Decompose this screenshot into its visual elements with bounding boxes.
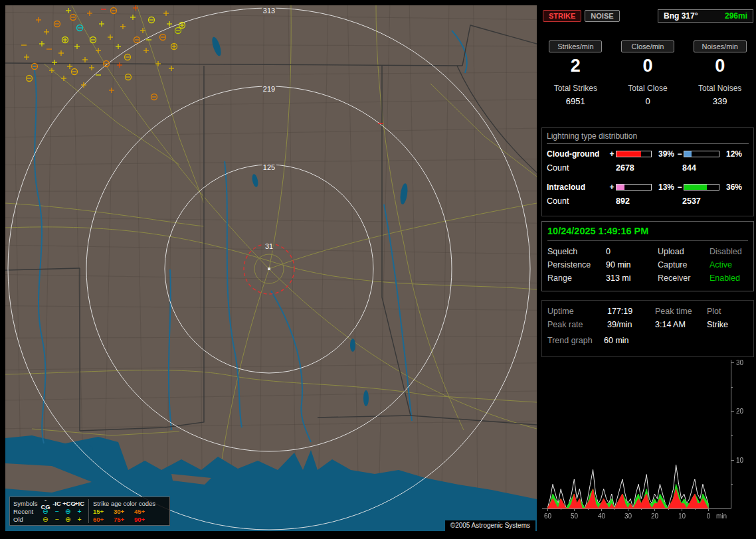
cg-minus-count: 844 — [682, 163, 696, 173]
uptime-value: 177:19 — [607, 307, 655, 316]
receiver-value: Enabled — [709, 273, 748, 283]
lightning-type-distribution-section: Lightning type distribution Cloud-ground… — [541, 127, 754, 216]
strikes-per-min-button[interactable]: Strikes/min — [549, 40, 602, 52]
recent-ic-plus-icon: + — [74, 508, 85, 514]
range-label: Range — [547, 273, 606, 283]
strike-toggle-button[interactable]: STRIKE — [543, 10, 581, 22]
cg-minus-bar — [684, 151, 719, 157]
persistence-label: Persistence — [547, 260, 606, 270]
plot-value: Strike — [707, 320, 748, 329]
status-row: Squelch 0 Upload Disabled — [547, 245, 748, 258]
total-noises-value: 339 — [684, 96, 756, 106]
total-strikes-label: Total Strikes — [539, 84, 612, 93]
total-close-value: 0 — [612, 96, 684, 106]
peak-time-value: 3:14 AM — [655, 320, 707, 329]
noises-column: Noises/min 0 Total Noises 339 — [684, 40, 756, 106]
squelch-value: 0 — [606, 247, 658, 256]
ic-minus-count: 2537 — [682, 196, 701, 206]
cg-minus-bar-fill — [684, 151, 692, 157]
ic-plus-bar-fill — [616, 185, 624, 190]
trend-graph-section — [541, 357, 755, 530]
legend-col-ic-plus: +IC — [74, 500, 85, 507]
age-code-15: 15+ — [93, 508, 114, 515]
squelch-label: Squelch — [547, 247, 606, 256]
legend-old-label: Old — [13, 516, 40, 523]
ic-minus-bar — [684, 184, 719, 191]
noises-per-min-value: 0 — [684, 56, 756, 80]
legend-symbols-header: Symbols — [13, 500, 40, 507]
receiver-label: Receiver — [658, 273, 709, 283]
range-ring-label-313: 313 — [263, 7, 275, 15]
trend-window-value: 60 min — [604, 336, 629, 345]
copyright-text: ©2005 Astrogenic Systems — [445, 520, 535, 531]
display-mode-toolbar: STRIKE NOISE Bng 317° 296mi — [543, 9, 753, 23]
session-row: Peak rate 39/min 3:14 AM Strike — [547, 318, 748, 331]
legend-recent-label: Recent — [13, 508, 40, 515]
upload-label: Upload — [658, 247, 709, 256]
current-datetime: 10/24/2025 1:49:16 PM — [547, 224, 748, 241]
legend-symbols-block: Symbols -CG -IC +CG +IC Recent ⊖ − ⊕ + O… — [13, 499, 85, 523]
trend-graph-canvas — [541, 357, 755, 523]
legend-col-ic-minus: -IC — [51, 500, 62, 507]
close-per-min-button[interactable]: Close/min — [621, 40, 674, 52]
trend-graph-label: Trend graph — [547, 336, 604, 345]
total-noises-label: Total Noises — [684, 84, 756, 93]
map-canvas: 313 219 125 31 — [5, 5, 537, 531]
peak-rate-value: 39/min — [607, 320, 655, 329]
ic-minus-percent: 36% — [719, 183, 743, 192]
count-label: Count — [547, 163, 616, 173]
cg-plus-percent: 39% — [652, 149, 676, 159]
age-code-60: 60+ — [93, 516, 114, 523]
ic-plus-bar — [616, 184, 652, 191]
map-legend: Symbols -CG -IC +CG +IC Recent ⊖ − ⊕ + O… — [9, 497, 170, 526]
old-ic-plus-icon: + — [74, 516, 85, 522]
recent-cg-minus-icon: ⊖ — [40, 508, 51, 514]
peak-rate-label: Peak rate — [547, 320, 607, 329]
legend-age-header: Strike age color codes — [93, 499, 166, 507]
age-code-45: 45+ — [134, 508, 155, 515]
cloud-ground-row: Cloud-ground + 39% − 12% — [547, 149, 749, 159]
recent-cg-plus-icon: ⊕ — [62, 508, 74, 514]
age-code-90: 90+ — [134, 516, 155, 523]
bearing-readout: Bng 317° 296mi — [658, 9, 753, 23]
range-ring-label-219: 219 — [263, 85, 275, 93]
age-code-75: 75+ — [114, 516, 134, 523]
bearing-value: Bng 317° — [664, 11, 698, 21]
noise-toggle-button[interactable]: NOISE — [585, 10, 619, 22]
range-ring-label-125: 125 — [263, 163, 275, 171]
ic-plus-percent: 13% — [652, 183, 676, 192]
minus-sign: − — [676, 149, 684, 159]
ic-plus-count: 892 — [616, 196, 682, 206]
trend-graph-row: Trend graph 60 min — [547, 336, 748, 345]
plus-sign: + — [608, 149, 616, 159]
range-value: 313 mi — [606, 273, 658, 283]
minus-sign: − — [676, 183, 684, 192]
old-cg-minus-icon: ⊖ — [40, 516, 51, 522]
intracloud-label: Intracloud — [547, 183, 608, 192]
system-status-section: 10/24/2025 1:49:16 PM Squelch 0 Upload D… — [541, 221, 754, 291]
close-column: Close/min 0 Total Close 0 — [612, 40, 684, 106]
cg-plus-count: 2678 — [616, 163, 682, 173]
station-marker — [268, 268, 270, 270]
ic-minus-bar-fill — [684, 185, 707, 190]
upload-value: Disabled — [709, 247, 748, 256]
recent-ic-minus-icon: − — [51, 508, 62, 514]
total-strikes-value: 6951 — [539, 96, 612, 106]
distance-value: 296mi — [725, 11, 747, 21]
count-label: Count — [547, 196, 616, 206]
noises-per-min-button[interactable]: Noises/min — [694, 40, 747, 52]
old-cg-plus-icon: ⊕ — [62, 516, 74, 522]
total-close-label: Total Close — [612, 84, 684, 93]
plot-label: Plot — [707, 307, 748, 316]
session-row: Uptime 177:19 Peak time Plot — [547, 305, 748, 318]
intracloud-row: Intracloud + 13% − 36% — [547, 182, 749, 192]
lightning-map[interactable]: 313 219 125 31 Symbols -CG -IC +CG +IC R… — [5, 5, 537, 531]
capture-value: Active — [709, 260, 748, 270]
persistence-value: 90 min — [606, 260, 658, 270]
old-ic-minus-icon: − — [51, 516, 62, 522]
status-row: Range 313 mi Receiver Enabled — [547, 271, 748, 285]
app-window: { "app": { "copyright": "©2005 Astrogeni… — [0, 0, 756, 539]
peak-time-label: Peak time — [655, 307, 707, 316]
age-code-30: 30+ — [114, 508, 134, 515]
status-row: Persistence 90 min Capture Active — [547, 258, 748, 271]
